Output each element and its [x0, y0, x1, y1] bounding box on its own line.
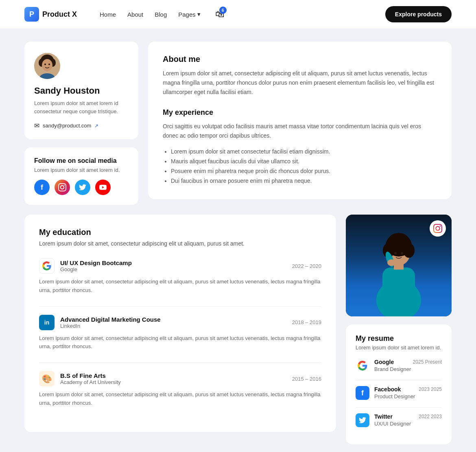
edu-body-fineart: Lorem ipsum dolor sit amet, consectetur …: [39, 391, 321, 408]
edu-org-google: Google: [60, 266, 132, 272]
edu-dates-fineart: 2015 – 2016: [292, 376, 321, 382]
resume-dates-facebook: 2023 2025: [419, 386, 442, 392]
education-item-google: UI/ UX Design Bootcamp Google 2022 – 202…: [39, 258, 321, 295]
svg-point-19: [387, 259, 395, 266]
linkedin-edu-logo: in: [39, 315, 55, 330]
profile-card: Sandy Houston Lorem ipsum dolor sit amet…: [24, 42, 138, 139]
cart-badge: 6: [219, 7, 227, 14]
social-desc: Lorem ipsum dolor sit amet lorem id.: [34, 167, 129, 173]
resume-dates-google: 2025 Present: [413, 359, 442, 365]
education-item-fineart: 🎨 B.S of Fine Arts Academy of Art Univer…: [39, 371, 321, 408]
resume-role-google: Brand Designer: [374, 366, 442, 372]
logo[interactable]: P Product X: [24, 7, 77, 22]
edu-org-linkedin: LinkedIn: [60, 323, 161, 329]
resume-dates-twitter: 2022 2023: [419, 414, 442, 419]
nav-about[interactable]: About: [127, 11, 143, 18]
about-card: About me Lorem ipsum dolor sit amet, con…: [148, 42, 452, 199]
svg-point-16: [394, 252, 397, 255]
edu-name-google: UI/ UX Design Bootcamp: [60, 259, 132, 266]
svg-point-4: [42, 59, 52, 71]
youtube-social-icon[interactable]: [95, 180, 111, 195]
nav-links: Home About Blog Pages ▾ 🛍 6: [100, 9, 224, 20]
education-desc: Lorem ipsum dolor sit amet, consectetur …: [39, 240, 321, 247]
fineart-edu-logo: 🎨: [39, 371, 55, 386]
google-edu-logo: [39, 258, 55, 274]
resume-role-facebook: Product Designer: [374, 393, 442, 399]
email-row: ✉ sandy@product.com ↗: [34, 122, 129, 129]
resume-company-google: Google: [374, 359, 394, 365]
cart-button[interactable]: 🛍 6: [215, 9, 224, 20]
photo-card: [346, 215, 452, 316]
facebook-resume-logo: f: [356, 386, 369, 400]
facebook-social-icon[interactable]: f: [34, 180, 50, 195]
resume-title: My resume: [356, 334, 442, 343]
social-card: Follow me on social media Lorem ipsum do…: [24, 147, 138, 205]
edu-divider-2: [39, 362, 321, 363]
page-content: Sandy Houston Lorem ipsum dolor sit amet…: [0, 29, 476, 452]
social-title: Follow me on social media: [34, 157, 129, 165]
nav-home[interactable]: Home: [100, 11, 116, 18]
edu-dates-linkedin: 2018 – 2019: [292, 319, 321, 325]
resume-role-twitter: UX/UI Designer: [374, 421, 442, 427]
instagram-badge[interactable]: [430, 220, 446, 237]
experience-title: My experience: [163, 108, 437, 117]
resume-card: My resume Lorem ipsum dolor sit amet lor…: [346, 325, 452, 444]
nav-pages[interactable]: Pages ▾: [178, 11, 201, 18]
resume-divider-1: [356, 380, 442, 380]
education-item-linkedin: in Advanced Digital Marketing Couse Link…: [39, 315, 321, 351]
edu-name-fineart: B.S of Fine Arts: [60, 372, 121, 379]
experience-para: Orci sagittis eu volutpat odio facilisis…: [163, 122, 437, 140]
profile-name: Sandy Houston: [34, 86, 129, 96]
experience-bullets: Lorem ipsum dolor sit amet consectetur f…: [163, 147, 437, 186]
right-column-bottom: My resume Lorem ipsum dolor sit amet lor…: [346, 215, 452, 444]
external-link-icon: ↗: [94, 123, 98, 129]
google-resume-logo: [356, 359, 369, 373]
edu-name-linkedin: Advanced Digital Marketing Couse: [60, 316, 161, 323]
email-icon: ✉: [34, 122, 39, 129]
twitter-social-icon[interactable]: [75, 180, 90, 195]
resume-company-facebook: Facebook: [374, 386, 401, 393]
explore-products-button[interactable]: Explore products: [385, 6, 452, 22]
edu-body-linkedin: Lorem ipsum dolor sit amet, consectetur …: [39, 334, 321, 351]
resume-divider-2: [356, 407, 442, 408]
bullet-item: Lorem ipsum dolor sit amet consectetur f…: [171, 147, 437, 157]
bullet-item: Posuere enim mi pharetra neque proin dic…: [171, 167, 437, 176]
resume-item-twitter: Twitter 2022 2023 UX/UI Designer: [356, 413, 442, 427]
email-address: sandy@product.com: [43, 123, 91, 129]
logo-icon: P: [24, 7, 39, 22]
edu-dates-google: 2022 – 2020: [292, 263, 321, 269]
logo-text: Product X: [42, 10, 77, 19]
bottom-row: My education Lorem ipsum dolor sit amet,…: [24, 215, 452, 444]
edu-body-google: Lorem ipsum dolor sit amet, consectetur …: [39, 278, 321, 295]
nav-blog[interactable]: Blog: [155, 11, 167, 18]
top-row: Sandy Houston Lorem ipsum dolor sit amet…: [24, 42, 452, 205]
resume-item-google: Google 2025 Present Brand Designer: [356, 359, 442, 373]
bullet-item: Mauris aliquet faucibus iaculis dui vita…: [171, 157, 437, 167]
edu-divider: [39, 306, 321, 307]
svg-rect-9: [382, 268, 415, 308]
avatar: [34, 53, 60, 79]
bullet-item: Dui faucibus in ornare posuere enim mi p…: [171, 176, 437, 186]
svg-point-6: [48, 64, 50, 65]
left-column: Sandy Houston Lorem ipsum dolor sit amet…: [24, 42, 138, 205]
svg-point-17: [401, 252, 403, 255]
resume-item-facebook: f Facebook 2023 2025 Product Designer: [356, 386, 442, 400]
resume-desc: Lorem ipsum dolor sit amet lorem id.: [356, 344, 442, 351]
education-title: My education: [39, 228, 321, 237]
svg-point-5: [44, 64, 46, 65]
about-me-para: Lorem ipsum dolor sit amet, consectetur …: [163, 69, 437, 97]
navbar: P Product X Home About Blog Pages ▾ 🛍 6 …: [0, 0, 476, 29]
chevron-down-icon: ▾: [197, 11, 201, 18]
resume-company-twitter: Twitter: [374, 413, 393, 420]
profile-bio: Lorem ipsum dolor sit amet lorem id cons…: [34, 99, 129, 115]
education-card: My education Lorem ipsum dolor sit amet,…: [24, 215, 336, 432]
about-me-title: About me: [163, 55, 437, 64]
svg-point-15: [388, 233, 409, 249]
twitter-resume-logo: [356, 413, 369, 427]
edu-org-fineart: Academy of Art University: [60, 379, 121, 385]
instagram-social-icon[interactable]: [55, 180, 70, 195]
social-icons: f: [34, 180, 129, 195]
